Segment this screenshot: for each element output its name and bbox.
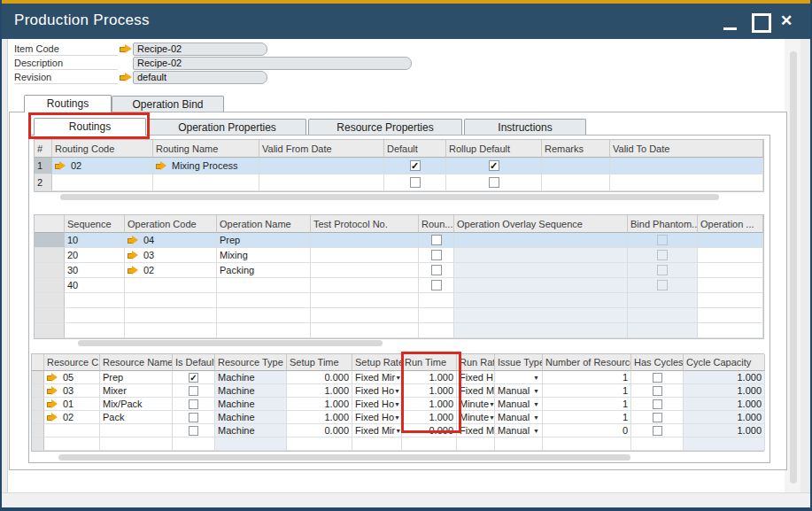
- titlebar[interactable]: Production Process ✕: [2, 4, 810, 39]
- resource_code-cell[interactable]: 05: [44, 371, 100, 384]
- resource_code-cell[interactable]: [44, 424, 100, 437]
- table-row[interactable]: 2003Mixing: [35, 248, 763, 263]
- dropdown-caret-icon[interactable]: ▼: [533, 375, 539, 381]
- checkbox[interactable]: [431, 265, 442, 275]
- checkbox[interactable]: [653, 426, 662, 436]
- checkbox[interactable]: [189, 413, 198, 422]
- checkbox[interactable]: [657, 235, 668, 245]
- routing_code-cell[interactable]: 02: [52, 158, 153, 174]
- dropdown-caret-icon[interactable]: ▼: [395, 375, 401, 381]
- run_time-cell[interactable]: 0.000: [402, 424, 457, 437]
- operation_code-cell[interactable]: 04: [125, 233, 217, 248]
- setup_rate-cell[interactable]: [352, 437, 402, 451]
- test_protocol_no-cell[interactable]: [311, 263, 419, 278]
- number_of_resources-cell[interactable]: 1: [543, 371, 631, 384]
- resource_code-cell[interactable]: 02: [44, 411, 100, 424]
- col-header-routing_code[interactable]: Routing Code: [52, 140, 153, 158]
- rounding-cell[interactable]: [419, 233, 454, 248]
- is_default-cell[interactable]: [173, 398, 215, 411]
- operation_name-cell[interactable]: [217, 278, 311, 293]
- table-row[interactable]: 40: [35, 278, 763, 293]
- checkbox[interactable]: [189, 426, 198, 436]
- operation_overlay_sequence-cell[interactable]: [454, 293, 628, 308]
- rounding-cell[interactable]: [419, 248, 454, 263]
- dropdown-caret-icon[interactable]: ▼: [489, 401, 495, 407]
- tab-operation-bind[interactable]: Operation Bind: [112, 96, 224, 112]
- rownum-cell[interactable]: 1: [35, 158, 52, 174]
- issue_type-cell[interactable]: [495, 437, 543, 451]
- run_rate-cell[interactable]: Fixed M▼: [457, 424, 495, 437]
- dropdown-caret-icon[interactable]: ▼: [533, 388, 539, 394]
- routing_code-cell[interactable]: [52, 174, 153, 191]
- sequence-cell[interactable]: 10: [65, 233, 125, 248]
- resource_type-cell[interactable]: Machine: [215, 411, 287, 424]
- maximize-button[interactable]: [749, 4, 770, 39]
- link-arrow-icon[interactable]: [47, 386, 58, 395]
- rounding-cell[interactable]: [419, 293, 454, 308]
- setup_time-cell[interactable]: 1.000: [287, 411, 352, 424]
- number_of_resources-cell[interactable]: 0: [543, 424, 631, 437]
- col-header-operation_name[interactable]: Operation Name: [217, 215, 311, 233]
- operation_overlay_sequence-cell[interactable]: [454, 233, 628, 248]
- checkbox[interactable]: ✓: [410, 160, 421, 171]
- operation_more-cell[interactable]: [698, 278, 763, 293]
- sequence-cell[interactable]: [65, 293, 125, 308]
- operation_more-cell[interactable]: [698, 308, 763, 323]
- operation_more-cell[interactable]: [698, 323, 763, 338]
- rowhdr-cell[interactable]: [32, 398, 44, 411]
- is_default-cell[interactable]: [173, 424, 215, 437]
- col-header-rounding[interactable]: Roun...: [419, 215, 454, 233]
- rowhdr-cell[interactable]: [35, 248, 65, 263]
- operations-table-hscrollbar[interactable]: [78, 340, 383, 346]
- cycle_capacity-cell[interactable]: [684, 437, 765, 451]
- valid_to-cell[interactable]: [610, 174, 763, 191]
- operation_more-cell[interactable]: [698, 233, 763, 248]
- table-row[interactable]: Machine0.000Fixed Mir▼0.000Fixed M▼Manua…: [32, 424, 763, 437]
- cycle_capacity-cell[interactable]: 1.000: [684, 424, 765, 437]
- has_cycles-cell[interactable]: [631, 371, 684, 384]
- number_of_resources-cell[interactable]: 1: [543, 411, 631, 424]
- operation_name-cell[interactable]: [217, 308, 311, 323]
- col-header-remarks[interactable]: Remarks: [542, 140, 610, 158]
- operation_name-cell[interactable]: Prep: [217, 233, 311, 248]
- dropdown-caret-icon[interactable]: ▼: [533, 414, 539, 421]
- resource_name-cell[interactable]: [100, 424, 173, 437]
- table-row[interactable]: [32, 437, 763, 451]
- dropdown-caret-icon[interactable]: ▼: [489, 414, 495, 421]
- test_protocol_no-cell[interactable]: [311, 278, 419, 293]
- table-row[interactable]: 05Prep✓Machine0.000Fixed Mir▼1.000Fixed …: [32, 371, 763, 384]
- rowhdr-cell[interactable]: [35, 263, 65, 278]
- col-header-issue_type[interactable]: Issue Type: [495, 354, 543, 371]
- resource_type-cell[interactable]: Machine: [215, 371, 287, 384]
- rownum-cell[interactable]: 2: [35, 174, 52, 191]
- col-header-default[interactable]: Default: [384, 140, 446, 158]
- col-header-run_time[interactable]: Run Time: [402, 354, 457, 371]
- rowhdr-cell[interactable]: [35, 323, 65, 338]
- link-arrow-icon[interactable]: [47, 373, 58, 382]
- table-row[interactable]: [35, 323, 763, 338]
- rowhdr-cell[interactable]: [35, 278, 65, 293]
- rowhdr-cell[interactable]: [32, 424, 44, 437]
- link-arrow-icon[interactable]: [55, 161, 66, 170]
- resource_type-cell[interactable]: [215, 437, 287, 451]
- col-header-sequence[interactable]: Sequence: [65, 215, 125, 233]
- sequence-cell[interactable]: 20: [65, 248, 125, 263]
- resources-table-hscrollbar[interactable]: [58, 454, 630, 461]
- col-header-setup_time[interactable]: Setup Time: [287, 354, 352, 371]
- operation_code-cell[interactable]: 02: [125, 263, 217, 278]
- cycle_capacity-cell[interactable]: 1.000: [684, 411, 765, 424]
- dropdown-caret-icon[interactable]: ▼: [395, 428, 401, 434]
- rowhdr-cell[interactable]: [32, 384, 44, 398]
- setup_rate-cell[interactable]: Fixed Ho▼: [352, 411, 402, 424]
- routings-table-hscrollbar[interactable]: [60, 194, 719, 200]
- default-cell[interactable]: ✓: [384, 158, 446, 174]
- setup_time-cell[interactable]: [287, 437, 352, 451]
- subtab-resource-properties[interactable]: Resource Properties: [308, 119, 462, 135]
- table-row[interactable]: [35, 293, 763, 308]
- col-header-operation_code[interactable]: Operation Code: [125, 215, 217, 233]
- minimize-button[interactable]: [721, 4, 742, 39]
- is_default-cell[interactable]: [173, 411, 215, 424]
- table-row[interactable]: 3002Packing: [35, 263, 763, 278]
- run_time-cell[interactable]: 1.000: [402, 398, 457, 411]
- dropdown-caret-icon[interactable]: ▼: [394, 388, 400, 394]
